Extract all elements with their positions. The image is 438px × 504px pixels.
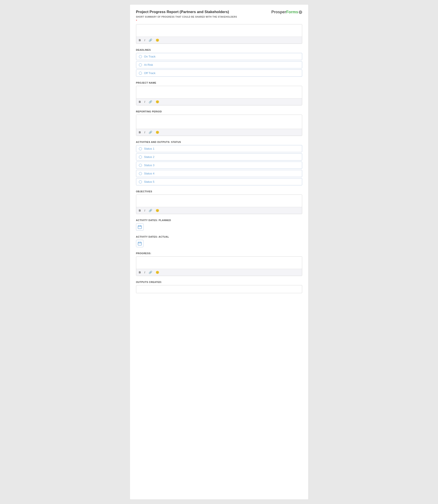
deadline-option-on-track[interactable]: On Track (136, 53, 302, 60)
outputs-created-label: OUTPUTS CREATED: (136, 281, 302, 283)
activities-status-label: ACTIVITIES AND OUTPUTS: STATUS (136, 141, 302, 143)
reporting-period-input[interactable] (136, 115, 302, 128)
summary-toolbar: B I 🔗 🙂 (136, 37, 302, 43)
radio-status-3[interactable] (139, 164, 142, 167)
svg-rect-4 (138, 242, 142, 245)
rp-link-button[interactable]: 🔗 (148, 130, 153, 134)
objectives-toolbar: B I 🔗 🙂 (136, 207, 302, 214)
italic-button[interactable]: I (143, 38, 146, 42)
outputs-created-input[interactable] (136, 285, 302, 293)
objectives-input[interactable] (136, 195, 302, 206)
project-name-section: PROJECT NAME B I 🔗 🙂 (136, 82, 302, 105)
activities-status-radio-group: Status 1 Status 2 Status 3 Status 4 Stat… (136, 145, 302, 185)
obj-bold-button[interactable]: B (138, 209, 142, 213)
rp-emoji-button[interactable]: 🙂 (155, 130, 160, 134)
pn-bold-button[interactable]: B (138, 100, 142, 104)
outputs-created-section: OUTPUTS CREATED: (136, 281, 302, 293)
project-name-label: PROJECT NAME (136, 82, 302, 84)
activities-status-section: ACTIVITIES AND OUTPUTS: STATUS Status 1 … (136, 141, 302, 185)
progress-section: PROGRESS: B I 🔗 🙂 (136, 252, 302, 276)
activity-dates-planned-section: ACTIVITY DATES: PLANNED (136, 219, 302, 231)
radio-status-1[interactable] (139, 147, 142, 150)
deadlines-radio-group: On Track At Risk Off Track (136, 53, 302, 77)
status-option-3[interactable]: Status 3 (136, 162, 302, 169)
progress-label: PROGRESS: (136, 252, 302, 255)
pn-link-button[interactable]: 🔗 (148, 100, 153, 104)
reporting-period-toolbar: B I 🔗 🙂 (136, 129, 302, 136)
form-container: Project Progress Report (Partners and St… (130, 4, 308, 500)
deadlines-label: DEADLINES (136, 49, 302, 51)
summary-section: B I 🔗 🙂 (136, 24, 302, 44)
activity-dates-actual-section: ACTIVITY DATES: ACTUAL (136, 235, 302, 247)
radio-status-4[interactable] (139, 172, 142, 175)
rp-italic-button[interactable]: I (143, 130, 146, 134)
prog-link-button[interactable]: 🔗 (148, 270, 153, 274)
radio-off-track[interactable] (139, 72, 142, 75)
obj-link-button[interactable]: 🔗 (148, 209, 153, 213)
objectives-editor: B I 🔗 🙂 (136, 195, 302, 214)
actual-date-picker-button[interactable] (136, 240, 143, 247)
svg-rect-0 (138, 226, 142, 229)
deadline-option-off-track[interactable]: Off Track (136, 70, 302, 77)
summary-editor: B I 🔗 🙂 (136, 24, 302, 44)
reporting-period-label: REPORTING PERIOD (136, 110, 302, 113)
form-subtitle: SHORT SUMMARY OF PROGRESS THAT COULD BE … (136, 16, 302, 18)
activity-dates-actual-label: ACTIVITY DATES: ACTUAL (136, 235, 302, 238)
pn-italic-button[interactable]: I (143, 100, 146, 104)
objectives-label: OBJECTIVES (136, 190, 302, 193)
deadlines-section: DEADLINES On Track At Risk Off Track (136, 49, 302, 77)
progress-editor: B I 🔗 🙂 (136, 256, 302, 276)
rp-bold-button[interactable]: B (138, 130, 142, 134)
radio-status-5[interactable] (139, 180, 142, 183)
brand-logo: Prosper Forms ✕ (271, 10, 302, 14)
pn-emoji-button[interactable]: 🙂 (155, 100, 160, 104)
form-title: Project Progress Report (Partners and St… (136, 10, 229, 14)
obj-italic-button[interactable]: I (143, 209, 146, 213)
progress-toolbar: B I 🔗 🙂 (136, 269, 302, 276)
project-name-editor: B I 🔗 🙂 (136, 86, 302, 105)
project-name-input[interactable] (136, 86, 302, 97)
prog-emoji-button[interactable]: 🙂 (155, 270, 160, 274)
radio-status-2[interactable] (139, 156, 142, 158)
radio-on-track[interactable] (139, 55, 142, 58)
form-header: Project Progress Report (Partners and St… (136, 10, 302, 14)
bold-button[interactable]: B (138, 38, 142, 42)
reporting-period-section: REPORTING PERIOD B I 🔗 🙂 (136, 110, 302, 136)
status-option-4[interactable]: Status 4 (136, 170, 302, 177)
planned-date-picker-button[interactable] (136, 223, 143, 231)
emoji-button[interactable]: 🙂 (155, 38, 160, 42)
prog-italic-button[interactable]: I (143, 270, 146, 274)
link-button[interactable]: 🔗 (148, 38, 153, 42)
status-option-5[interactable]: Status 5 (136, 178, 302, 185)
project-name-toolbar: B I 🔗 🙂 (136, 98, 302, 105)
objectives-section: OBJECTIVES B I 🔗 🙂 (136, 190, 302, 214)
close-icon[interactable]: ✕ (299, 10, 302, 14)
obj-emoji-button[interactable]: 🙂 (155, 209, 160, 213)
status-option-2[interactable]: Status 2 (136, 153, 302, 160)
progress-input[interactable] (136, 257, 302, 268)
summary-input[interactable] (136, 24, 302, 36)
activity-dates-planned-label: ACTIVITY DATES: PLANNED (136, 219, 302, 221)
required-indicator: * (136, 19, 302, 22)
radio-at-risk[interactable] (139, 63, 142, 66)
status-option-1[interactable]: Status 1 (136, 145, 302, 152)
reporting-period-editor: B I 🔗 🙂 (136, 115, 302, 136)
prog-bold-button[interactable]: B (138, 270, 142, 274)
deadline-option-at-risk[interactable]: At Risk (136, 61, 302, 68)
